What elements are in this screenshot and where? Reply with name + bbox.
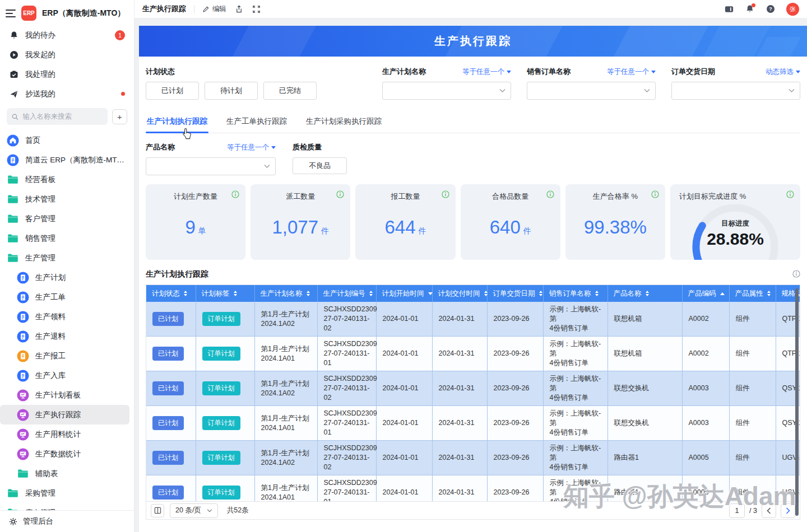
page-size-select[interactable]: 20 条/页 [170,503,218,518]
vertical-scrollbar[interactable] [795,288,799,516]
table-title-row: 生产计划执行跟踪 [146,268,800,281]
column-header-inner: 计划状态 [152,289,190,298]
status-filter-button[interactable]: 已计划 [146,82,199,100]
info-icon[interactable] [442,190,449,200]
sidebar-item-辅助表[interactable]: 辅助表 [0,464,129,483]
tab-生产计划采购执行跟踪[interactable]: 生产计划采购执行跟踪 [305,113,383,133]
table-row[interactable]: 已计划订单计划第1月-生产计划 2024.1A01SCJHXSDD2309 27… [146,475,800,502]
gear-icon [9,517,17,526]
column-header-计划开始时间[interactable]: 计划开始时间 [376,285,432,302]
table-row[interactable]: 已计划订单计划第1月-生产计划 2024.1A02SCJHXSDD2309 27… [146,441,800,475]
column-header-销售订单名称[interactable]: 销售订单名称 [543,285,607,302]
filter-operator[interactable]: 等于任意一个 [607,67,656,77]
sidebar-item-生产计划看板[interactable]: 生产计划看板 [0,385,129,405]
product-filter-operator[interactable]: 等于任意一个 [227,143,276,152]
product-select[interactable] [146,157,276,175]
column-header-生产计划名称[interactable]: 生产计划名称 [254,285,317,302]
kpi-card: 派工数量1,077件 [251,184,350,260]
panel-toggle-icon[interactable] [724,4,734,14]
sidebar-item-简道云 ERP（离散制造-MTO）...[interactable]: 简道云 ERP（离散制造-MTO）... [0,150,129,170]
plan-status-chips: 已计划待计划已完结 [146,82,317,100]
notification-bell-icon[interactable] [745,4,754,14]
status-badge: 已计划 [152,451,184,465]
sidebar-item-技术管理[interactable]: 技术管理 [0,189,129,209]
next-page-button[interactable] [781,503,795,518]
filter-operator[interactable]: 动态筛选 [766,67,800,77]
info-icon[interactable] [336,190,344,200]
search-box[interactable] [7,108,108,125]
hamburger-menu-icon[interactable] [6,10,16,17]
sidebar-item-生产退料[interactable]: 生产退料 [0,326,129,346]
table-cell: SCJHXSDD2309 27-07-240131-02 [317,302,376,337]
page-number-input[interactable]: 1 [729,503,745,518]
column-settings-button[interactable] [151,504,164,517]
table-row[interactable]: 已计划订单计划第1月-生产计划 2024.1A01SCJHXSDD2309 27… [146,337,800,371]
filter-select[interactable] [671,82,800,100]
filter-operator[interactable]: 等于任意一个 [462,67,511,77]
sidebar-item-生产领料[interactable]: 生产领料 [0,307,129,326]
previous-page-button[interactable] [762,503,776,518]
sidebar-item-生产执行跟踪[interactable]: 生产执行跟踪 [0,405,129,424]
tab-生产工单执行跟踪[interactable]: 生产工单执行跟踪 [225,113,288,133]
sidebar-item-库存管理[interactable]: 库存管理 [0,503,129,510]
sidebar-item-生产管理[interactable]: 生产管理 [0,248,129,268]
sidebar-item-销售管理[interactable]: 销售管理 [0,228,129,248]
column-header-产品编码[interactable]: 产品编码 [682,285,729,302]
info-icon[interactable] [651,190,659,200]
table-row[interactable]: 已计划订单计划第1月-生产计划 2024.1A02SCJHXSDD2309 27… [146,302,800,337]
doc-icon [7,154,19,166]
filter-select[interactable] [527,82,656,100]
filter-select[interactable] [382,82,511,100]
share-button[interactable] [234,4,244,14]
edit-button[interactable]: 编辑 [202,4,226,14]
sort-icon [484,291,488,296]
status-filter-button[interactable]: 已完结 [263,82,317,100]
info-icon[interactable] [231,190,239,200]
search-input[interactable] [22,112,103,121]
sidebar-item-生产报工[interactable]: 生产报工 [0,346,129,366]
sidebar-item-采购管理[interactable]: 采购管理 [0,483,129,503]
column-header-生产计划编号[interactable]: 生产计划编号 [317,285,376,302]
column-header-计划标签[interactable]: 计划标签 [196,285,254,302]
tag-badge: 订单计划 [202,347,240,361]
table-row[interactable]: 已计划订单计划第1月-生产计划 2024.1A02SCJHXSDD2309 27… [146,371,800,406]
sidebar-item-label: 采购管理 [25,488,55,498]
info-icon[interactable] [786,190,794,200]
admin-console-item[interactable]: 管理后台 [0,510,134,532]
sidebar-quick-list: 我的待办1我发起的我处理的抄送我的 [0,25,134,104]
table-row[interactable]: 已计划订单计划第1月-生产计划 2024.1A01SCJHXSDD2309 27… [146,406,800,441]
table-cell: 已计划 [146,406,196,441]
add-button[interactable]: + [112,109,127,124]
sidebar-quick-item[interactable]: 我发起的 [0,45,134,64]
sidebar-item-客户管理[interactable]: 客户管理 [0,209,129,228]
column-header-产品名称[interactable]: 产品名称 [607,285,682,302]
sidebar-quick-item[interactable]: 抄送我的 [0,84,134,104]
sidebar-item-生产用料统计[interactable]: 生产用料统计 [0,424,129,444]
sidebar-item-经营看板[interactable]: 经营看板 [0,170,129,189]
tab-生产计划执行跟踪[interactable]: 生产计划执行跟踪 [146,113,208,133]
column-header-订单交货日期[interactable]: 订单交货日期 [487,285,543,302]
defective-filter-button[interactable]: 不良品 [293,157,347,174]
table-cell: SCJHXSDD2309 27-07-240131-02 [317,371,376,406]
kpi-value: 644件 [355,217,455,238]
info-icon[interactable] [546,190,554,200]
user-avatar[interactable]: 张 [786,3,799,16]
table-info-icon[interactable] [792,270,800,279]
status-filter-button[interactable]: 待计划 [205,82,258,100]
sidebar-item-首页[interactable]: 首页 [0,130,129,150]
column-header-产品属性[interactable]: 产品属性 [729,285,776,302]
table-cell: 已计划 [146,371,196,406]
fullscreen-button[interactable] [252,4,261,14]
sidebar-item-生产工单[interactable]: 生产工单 [0,287,129,307]
sidebar-item-生产入库[interactable]: 生产入库 [0,366,129,385]
sidebar-item-生产数据统计[interactable]: 生产数据统计 [0,444,129,464]
filter-field-label: 订单交货日期 [671,67,715,77]
column-header-计划状态[interactable]: 计划状态 [146,285,196,302]
sidebar-quick-item[interactable]: 我处理的 [0,64,134,84]
kpi-value: 1,077件 [251,217,350,238]
help-icon[interactable]: ? [766,4,775,14]
column-header-计划交付时间[interactable]: 计划交付时间 [432,285,487,302]
sidebar-item-生产计划[interactable]: 生产计划 [0,268,129,287]
dash-icon [17,428,29,441]
sidebar-quick-item[interactable]: 我的待办1 [0,25,134,45]
